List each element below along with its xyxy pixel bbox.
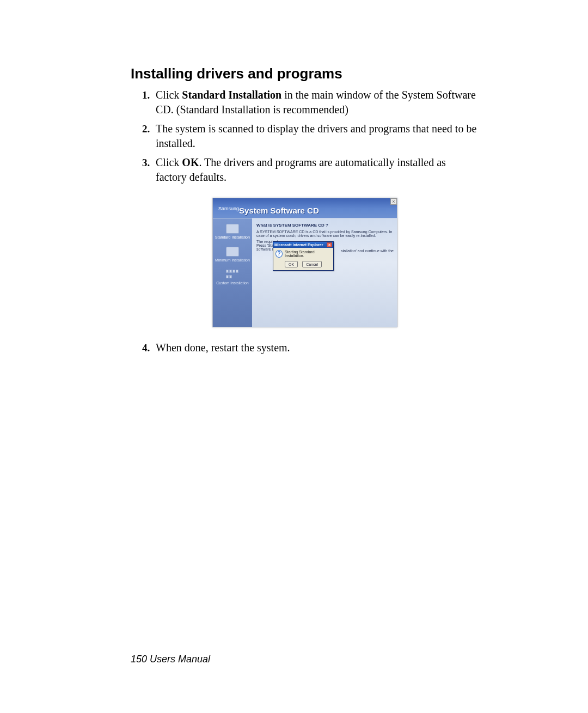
sidebar-item-label: Standard Installation — [215, 235, 250, 239]
ok-button[interactable]: OK — [285, 261, 298, 267]
content-heading: What is SYSTEM SOFTWARE CD ? — [256, 223, 393, 228]
sidebar-item-custom[interactable]: Custom Installation — [213, 270, 252, 285]
section-heading: Installing drivers and programs — [131, 65, 479, 82]
steps-list: Click Standard Installation in the main … — [131, 88, 479, 185]
step3-bold: OK — [182, 156, 199, 168]
step-1: Click Standard Installation in the main … — [152, 88, 479, 117]
content-fragment-right: stallation' and continue with the — [341, 249, 394, 253]
sidebar-item-standard[interactable]: Standard Installation — [213, 224, 252, 239]
sidebar-item-label: Minimum Installation — [215, 258, 250, 262]
content-description: A SYSTEM SOFTWARE CD is a CD that is pro… — [256, 230, 393, 237]
app-title: System Software CD — [239, 206, 319, 215]
content-pane: What is SYSTEM SOFTWARE CD ? A SYSTEM SO… — [252, 218, 397, 327]
dialog-message: Starting Standard Installation. — [285, 250, 331, 258]
window-close-icon[interactable]: × — [390, 198, 397, 205]
minimum-install-icon — [226, 247, 239, 257]
step1-bold: Standard Installation — [182, 89, 281, 101]
sidebar-item-minimum[interactable]: Minimum Installation — [213, 247, 252, 262]
brand-label: Samsung — [218, 206, 239, 211]
sidebar: Standard Installation Minimum Installati… — [213, 218, 252, 327]
step1-pre: Click — [156, 89, 182, 101]
question-mark-icon: ? — [275, 250, 283, 258]
custom-install-icon — [226, 270, 239, 279]
step3-pre: Click — [156, 156, 182, 168]
screenshot-figure: × SamsungSystem Software CD Standard Ins… — [212, 198, 397, 327]
page-number: 150 — [131, 654, 147, 665]
dialog-close-icon[interactable]: × — [327, 242, 332, 247]
confirm-dialog: Microsoft Internet Explorer × ? Starting… — [273, 241, 334, 271]
steps-list-continued: When done, restart the system. — [131, 340, 479, 355]
page-footer: 150 Users Manual — [131, 654, 210, 665]
footer-label: Users Manual — [147, 654, 210, 665]
step-3: Click OK. The drivers and programs are a… — [152, 155, 479, 185]
step-4: When done, restart the system. — [152, 340, 479, 355]
step3-post: . The drivers and programs are automatic… — [156, 156, 446, 183]
sidebar-item-label: Custom Installation — [216, 281, 249, 285]
dialog-titlebar: Microsoft Internet Explorer × — [273, 242, 333, 248]
step-2: The system is scanned to display the dri… — [152, 121, 479, 151]
dialog-title: Microsoft Internet Explorer — [274, 243, 323, 247]
cancel-button[interactable]: Cancel — [302, 261, 322, 267]
standard-install-icon — [226, 224, 239, 234]
app-titlebar: SamsungSystem Software CD — [213, 198, 397, 218]
